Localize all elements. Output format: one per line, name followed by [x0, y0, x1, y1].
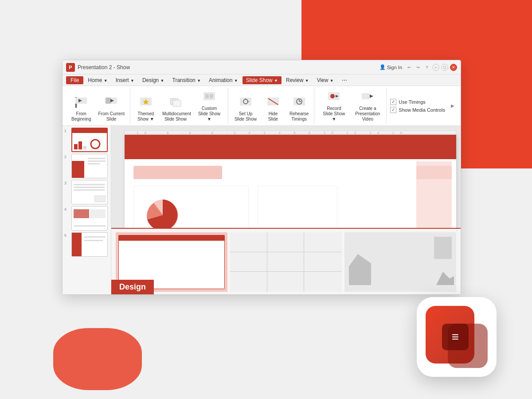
slide-red-bar	[125, 135, 456, 159]
rehearse-button[interactable]: Rehearse Timings	[287, 92, 311, 124]
app-icon-inner: ≡	[426, 306, 488, 368]
ribbon-buttons-themed: Themed Show ▼ Multidocument Slide Show	[134, 86, 225, 124]
menu-file[interactable]: File	[66, 76, 83, 84]
slide-num-3: 3	[64, 180, 70, 185]
slide-thumbnail-3[interactable]	[71, 180, 108, 204]
slide2-lines	[88, 158, 106, 166]
line2	[88, 160, 106, 162]
themed-show-button[interactable]: Themed Show ▼	[134, 92, 158, 124]
menu-design[interactable]: Design ▼	[139, 76, 168, 84]
show-media-label: Show Media Controls	[399, 107, 445, 113]
menu-animation[interactable]: Animation ▼	[205, 76, 242, 84]
set-up-icon	[237, 94, 254, 111]
s3-l2	[74, 187, 105, 188]
create-video-icon	[359, 88, 376, 106]
svg-rect-12	[210, 94, 213, 98]
hide-icon	[266, 95, 280, 110]
title-bar: P Presentation 2 - Show 👤 Sign In ↩ ↪ ? …	[63, 60, 461, 74]
bt3-shape1	[349, 254, 371, 285]
use-timings-check: ✓	[390, 99, 396, 105]
undo-button[interactable]: ↩	[406, 64, 413, 71]
slide2-red	[72, 161, 84, 178]
window-controls: ↩ ↪ ? − □ ✕	[406, 64, 457, 71]
play-current-icon	[104, 95, 118, 110]
slide-thumbnail-1[interactable]	[71, 128, 108, 152]
slide-thumbnail-2[interactable]	[71, 154, 108, 178]
grid-h1	[230, 252, 342, 252]
use-timings-checkbox[interactable]: ✓ Use Timings	[390, 99, 445, 105]
from-current-icon	[102, 94, 120, 111]
slide1-bar2	[74, 144, 78, 149]
slide3-lines	[74, 184, 105, 192]
menu-transition[interactable]: Transition ▼	[169, 76, 205, 84]
slide1-bar3	[78, 141, 82, 149]
bottom-thumb-2[interactable]	[230, 232, 342, 292]
rehearse-icon	[290, 94, 308, 111]
multidocument-button[interactable]: Multidocument Slide Show	[160, 92, 192, 124]
slide-1-content	[72, 129, 107, 151]
sign-in-button[interactable]: 👤 Sign In	[379, 64, 402, 70]
slide-thumb-4[interactable]: 4	[64, 206, 109, 231]
menu-home[interactable]: Home ▼	[84, 76, 111, 84]
menu-insert[interactable]: Insert ▼	[112, 76, 138, 84]
from-current-button[interactable]: From Current Slide	[95, 92, 127, 124]
menu-view[interactable]: View ▼	[313, 76, 337, 84]
slide-thumb-2[interactable]: 2	[64, 154, 109, 178]
help-button[interactable]: ?	[423, 64, 430, 71]
design-label: Design	[111, 280, 154, 294]
menu-extra[interactable]: ⋯	[338, 76, 351, 84]
slide1-bar4	[83, 146, 86, 149]
slide1-top-bar	[72, 129, 107, 133]
slide-num-1: 1	[64, 128, 70, 133]
slide-panel[interactable]: 1 2	[63, 126, 111, 294]
ruler-horizontal: -10 -8 -6 -4 -2 0 2 4 6 8 10 12 14 16	[125, 130, 456, 135]
icon-letter-symbol: ≡	[452, 330, 459, 344]
title-bar-left: P Presentation 2 - Show	[66, 63, 130, 72]
record-slideshow-button[interactable]: Record Slide Show ▼	[318, 86, 350, 124]
menu-bar: File Home ▼ Insert ▼ Design ▼ Transition…	[63, 74, 461, 86]
editing-area: -10 -8 -6 -4 -2 0 2 4 6 8 10 12 14 16	[111, 126, 461, 294]
record-icon	[327, 90, 341, 104]
svg-point-28	[91, 140, 100, 149]
custom-slideshow-icon	[200, 88, 218, 106]
slide-2-content	[72, 154, 107, 178]
use-timings-label: Use Timings	[399, 99, 426, 105]
ribbon-buttons-start: From Beginning From Current Slide	[69, 92, 127, 124]
minimize-button[interactable]: −	[432, 64, 439, 71]
multidocument-label: Multidocument Slide Show	[162, 111, 189, 122]
slide5-line2	[84, 240, 103, 241]
ribbon-expand-button[interactable]: ▶	[450, 88, 456, 124]
ribbon-group-setup: Set Up Slide Show Hide Slide	[229, 88, 314, 124]
slide4-box2	[90, 209, 106, 218]
custom-slideshow-button[interactable]: Custom Slide Show ▼	[193, 86, 225, 124]
bottom-slide-row	[111, 228, 461, 294]
slide-thumbnail-5[interactable]	[71, 232, 108, 257]
multidocument-icon	[167, 94, 184, 111]
set-up-button[interactable]: Set Up Slide Show	[232, 92, 259, 124]
close-button[interactable]: ✕	[450, 64, 457, 71]
themed-show-icon	[137, 94, 155, 111]
slide-thumb-5[interactable]: 5	[64, 232, 109, 257]
svg-point-24	[330, 94, 335, 98]
create-video-button[interactable]: Create a Presentation Video	[352, 86, 383, 124]
redo-button[interactable]: ↪	[415, 64, 422, 71]
ribbon-group-themed: Themed Show ▼ Multidocument Slide Show	[131, 88, 228, 124]
custom-slideshow-label: Custom Slide Show ▼	[196, 106, 223, 122]
menu-slideshow[interactable]: Slide Show ▼	[243, 76, 282, 84]
show-media-controls-checkbox[interactable]: ✓ Show Media Controls	[390, 107, 445, 113]
menu-review[interactable]: Review ▼	[282, 76, 313, 84]
sign-in-label: Sign In	[387, 65, 402, 70]
slide-thumb-3[interactable]: 3	[64, 180, 109, 204]
ribbon-buttons-record: Record Slide Show ▼ Create a Presentatio…	[318, 86, 383, 124]
s3-l3	[74, 189, 105, 191]
maximize-button[interactable]: □	[441, 64, 448, 71]
from-beginning-button[interactable]: From Beginning	[69, 92, 94, 124]
slide-thumb-1[interactable]: 1	[64, 128, 109, 152]
bottom-thumb-3[interactable]	[344, 232, 456, 292]
s3-l1	[74, 184, 105, 185]
svg-rect-9	[173, 100, 181, 106]
hide-slide-button[interactable]: Hide Slide	[261, 92, 285, 124]
slide-thumbnail-4[interactable]	[71, 206, 108, 231]
grid-v2	[304, 232, 304, 292]
set-up-label: Set Up Slide Show	[235, 111, 257, 122]
